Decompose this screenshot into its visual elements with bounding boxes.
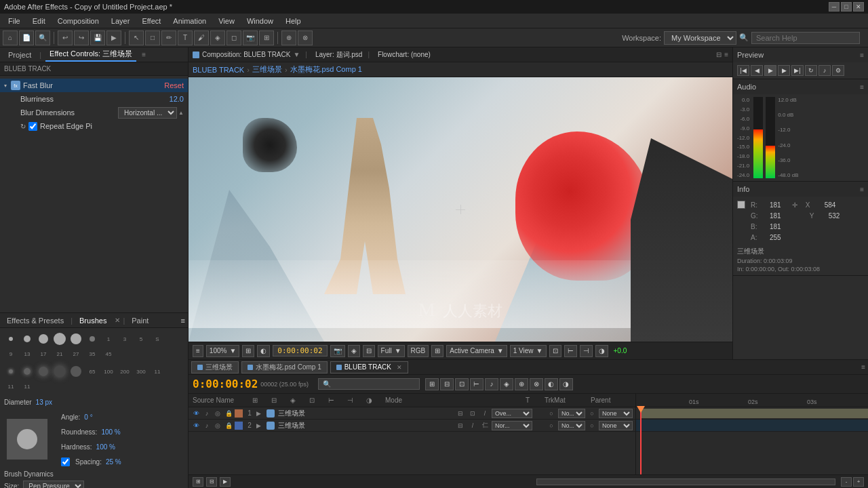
tl-tab-shuimo[interactable]: 水墨梅花.psd Comp 1 [241, 361, 328, 373]
brush-val-200[interactable]: 200 [118, 365, 132, 378]
tl-btn-5[interactable]: ♪ [485, 378, 498, 390]
brush-4[interactable] [53, 332, 66, 346]
tl-tab-blueb[interactable]: BLUEB TRACK ✕ [330, 361, 408, 373]
comp-pin-icon[interactable]: ⊟ [716, 51, 722, 58]
layer2-parent-btn[interactable]: ○ [587, 422, 597, 429]
layer1-btn3[interactable]: / [479, 410, 490, 417]
ep-menu[interactable]: ≡ [181, 317, 185, 325]
ec-blurriness-value[interactable]: 12.0 [170, 95, 184, 103]
viewer-canvas[interactable]: M 人人素材 [189, 77, 732, 342]
prev-skip-start[interactable]: |◀ [737, 65, 749, 76]
minimize-button[interactable]: ─ [829, 2, 840, 12]
viewer-region[interactable]: ⊟ [363, 345, 375, 357]
tl-time-display[interactable]: 0:00:00:02 [193, 378, 258, 390]
viewer-cam[interactable]: 📷 [330, 345, 345, 357]
tl-keyframe-row-2[interactable] [636, 420, 868, 432]
comp-menu-icon[interactable]: ≡ [724, 51, 728, 58]
layer2-audio[interactable]: ♪ [202, 421, 212, 430]
layer1-btn-oval[interactable]: ○ [546, 410, 557, 417]
breadcrumb-blueb[interactable]: BLUEB TRACK [193, 66, 244, 74]
quality-dropdown[interactable]: Full ▼ [378, 345, 405, 357]
tool-extra1[interactable]: ⊕ [281, 30, 296, 45]
ec-fast-blur-row[interactable]: ▾ fx Fast Blur Reset [0, 79, 188, 92]
layer1-name[interactable]: 三维场景 [278, 409, 454, 418]
brush-13[interactable]: 17 [37, 347, 50, 361]
size-select[interactable]: Pen Pressure [23, 481, 84, 488]
tl-btn-9[interactable]: ◐ [545, 378, 558, 390]
brush-soft-3[interactable] [37, 365, 50, 378]
workspace-dropdown[interactable]: My Workspace [664, 31, 736, 45]
brushes-close[interactable]: ✕ [115, 317, 120, 324]
angle-value[interactable]: 0 ° [84, 413, 92, 421]
brush-val-11b[interactable]: 11 [4, 380, 18, 393]
layer2-solo[interactable]: ◎ [213, 421, 222, 430]
tool-text[interactable]: T [178, 30, 193, 45]
tab-brushes[interactable]: Brushes [75, 315, 111, 326]
tool-home[interactable]: ⌂ [3, 30, 18, 45]
layer2-vis[interactable]: 👁 [191, 421, 201, 430]
view-dropdown[interactable]: 1 View ▼ [510, 345, 547, 357]
zoom-dropdown[interactable]: 100% ▼ [206, 345, 239, 357]
menu-effect[interactable]: Effect [136, 16, 166, 26]
tl-footer-btn3[interactable]: ▶ [220, 477, 231, 487]
menu-help[interactable]: Help [280, 16, 307, 26]
prev-audio[interactable]: ♪ [818, 65, 831, 76]
tool-stamp[interactable]: ◈ [210, 30, 225, 45]
viewer-extra1[interactable]: ⊡ [549, 345, 561, 357]
tl-btn-2[interactable]: ⊟ [440, 378, 454, 390]
effect-controls-close[interactable]: ≡ [142, 51, 146, 58]
tab-paint[interactable]: Paint [127, 315, 153, 326]
tool-brush[interactable]: 🖌 [194, 30, 209, 45]
brush-soft-1[interactable] [4, 365, 18, 378]
tool-3d[interactable]: ⊞ [259, 30, 274, 45]
menu-view[interactable]: View [213, 16, 240, 26]
prev-play[interactable]: ▶ [764, 65, 776, 76]
layer2-label[interactable] [235, 422, 243, 430]
breadcrumb-shuimo[interactable]: 水墨梅花.psd Comp 1 [290, 64, 362, 75]
menu-animation[interactable]: Animation [167, 16, 212, 26]
brush-soft-4[interactable] [53, 365, 66, 378]
brush-11[interactable]: 9 [4, 347, 18, 361]
layer1-parent[interactable]: None [599, 409, 633, 418]
prev-skip-end[interactable]: ▶| [791, 65, 804, 76]
layer1-audio[interactable]: ♪ [202, 409, 212, 418]
tool-render[interactable]: ▶ [106, 30, 121, 45]
roundness-value[interactable]: 100 % [101, 428, 120, 436]
spacing-value[interactable]: 25 % [106, 458, 121, 466]
tab-effect-controls[interactable]: Effect Controls: 三维场景 [45, 47, 136, 62]
tl-zoom-out[interactable]: - [841, 477, 852, 487]
prev-settings[interactable]: ⚙ [832, 65, 844, 76]
ec-blur-dimensions-select[interactable]: Horizontal ... [118, 107, 177, 119]
layer1-btn2[interactable]: ⊡ [467, 410, 478, 417]
layer1-mode[interactable]: Ove... [492, 409, 532, 418]
tool-search[interactable]: 🔍 [35, 30, 50, 45]
brush-8[interactable]: 3 [118, 332, 132, 346]
tl-btn-3[interactable]: ⊡ [455, 378, 469, 390]
layer1-vis[interactable]: 👁 [191, 409, 201, 418]
brush-9[interactable]: 5 [134, 332, 148, 346]
tl-menu[interactable]: ≡ [861, 363, 865, 371]
comp-chevron[interactable]: ▼ [293, 51, 300, 58]
brush-16[interactable]: 35 [85, 347, 99, 361]
brush-5[interactable] [69, 332, 83, 346]
viewer-extra4[interactable]: ◑ [595, 345, 608, 357]
ec-repeat-edge-checkbox[interactable] [28, 122, 37, 131]
layer1-lock[interactable]: 🔒 [224, 409, 233, 418]
brush-val-11c[interactable]: 11 [20, 380, 34, 393]
camera-dropdown[interactable]: Active Camera ▼ [446, 345, 507, 357]
tool-new[interactable]: 📄 [19, 30, 34, 45]
breadcrumb-3d[interactable]: 三维场景 [252, 64, 282, 75]
tool-camera[interactable]: 📷 [243, 30, 258, 45]
layer2-mode[interactable]: Nor... [492, 421, 532, 430]
viewer-menu[interactable]: ≡ [193, 345, 203, 357]
tl-tab-blueb-close[interactable]: ✕ [397, 364, 402, 371]
diameter-value[interactable]: 13 px [36, 399, 52, 406]
tl-zoom-in[interactable]: + [853, 477, 864, 487]
brush-10[interactable]: S [151, 332, 164, 346]
brush-soft-2[interactable] [20, 365, 34, 378]
viewer-extra3[interactable]: ⊣ [580, 345, 593, 357]
layer1-parent-btn[interactable]: ○ [587, 410, 597, 417]
tl-btn-7[interactable]: ⊕ [515, 378, 528, 390]
close-button[interactable]: ✕ [853, 2, 864, 12]
brush-2[interactable] [20, 332, 34, 346]
